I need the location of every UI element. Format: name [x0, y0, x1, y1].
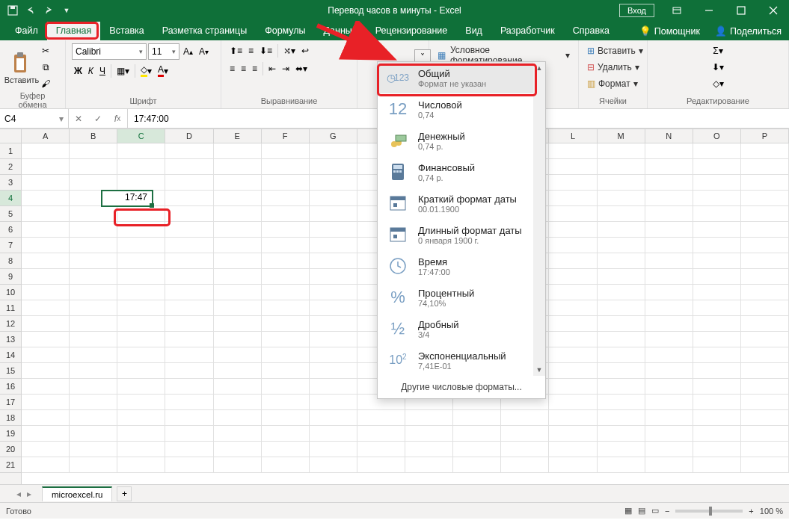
cell[interactable]	[453, 410, 501, 426]
font-size-combo[interactable]: 11▾	[148, 43, 179, 60]
cell[interactable]	[22, 206, 70, 222]
cell[interactable]	[549, 300, 597, 316]
scrollbar[interactable]: ▲ ▼	[533, 62, 545, 376]
cell[interactable]	[693, 285, 741, 300]
view-layout-icon[interactable]: ▤	[638, 506, 645, 516]
cell[interactable]	[214, 175, 262, 191]
format-painter-button[interactable]: 🖌	[39, 76, 52, 91]
cell[interactable]	[357, 410, 405, 426]
cell[interactable]	[598, 457, 645, 473]
cell[interactable]	[693, 238, 741, 253]
cell[interactable]	[165, 332, 213, 347]
cell[interactable]	[405, 410, 453, 426]
more-formats-link[interactable]: Другие числовые форматы...	[378, 376, 545, 398]
cell[interactable]	[70, 191, 117, 206]
cell[interactable]	[117, 143, 165, 159]
align-right-icon[interactable]: ≡	[250, 61, 260, 76]
cell[interactable]	[310, 426, 357, 442]
column-header[interactable]: O	[693, 129, 741, 143]
cell[interactable]	[117, 316, 165, 332]
view-normal-icon[interactable]: ▦	[624, 506, 632, 516]
row-header[interactable]: 1	[0, 143, 21, 159]
format-option[interactable]: ½Дробный3/4	[378, 313, 533, 344]
cell[interactable]	[501, 457, 549, 473]
cell[interactable]	[645, 457, 693, 473]
cell[interactable]	[645, 222, 693, 238]
cell[interactable]	[165, 159, 213, 175]
cell[interactable]	[262, 206, 310, 222]
row-header[interactable]: 3	[0, 175, 21, 191]
clear-button[interactable]: ◇▾	[654, 76, 782, 91]
cell[interactable]	[165, 442, 213, 457]
zoom-slider[interactable]	[675, 510, 743, 513]
cell[interactable]	[741, 191, 789, 206]
cell[interactable]	[405, 426, 453, 442]
cell[interactable]	[693, 253, 741, 269]
cell[interactable]	[741, 238, 789, 253]
cell[interactable]	[70, 253, 117, 269]
autosum-button[interactable]: Σ▾	[654, 43, 782, 58]
cell[interactable]	[70, 347, 117, 363]
cell[interactable]	[357, 442, 405, 457]
cell[interactable]	[262, 300, 310, 316]
cell[interactable]	[549, 222, 597, 238]
cell[interactable]	[70, 379, 117, 395]
cell[interactable]	[741, 159, 789, 175]
row-header[interactable]: 4	[0, 191, 21, 206]
cell[interactable]	[693, 300, 741, 316]
format-option[interactable]: Время17:47:00	[378, 250, 533, 282]
bold-button[interactable]: Ж	[72, 64, 85, 78]
format-cells-button[interactable]: ▥Формат▾	[585, 76, 641, 91]
indent-decrease-icon[interactable]: ⇤	[266, 61, 278, 76]
cell[interactable]	[645, 253, 693, 269]
row-header[interactable]: 15	[0, 363, 21, 379]
cell[interactable]	[645, 379, 693, 395]
zoom-in-icon[interactable]: +	[749, 507, 753, 516]
column-header[interactable]: G	[310, 129, 357, 143]
cell[interactable]	[693, 379, 741, 395]
cell[interactable]	[165, 222, 213, 238]
cell[interactable]	[645, 410, 693, 426]
tab-file[interactable]: Файл	[6, 22, 47, 40]
cell[interactable]	[22, 347, 70, 363]
cell[interactable]	[549, 363, 597, 379]
scroll-up-icon[interactable]: ▲	[533, 62, 545, 74]
cell[interactable]	[549, 410, 597, 426]
decrease-font-icon[interactable]: A▾	[197, 44, 211, 59]
column-header[interactable]: C	[117, 129, 165, 143]
row-header[interactable]: 8	[0, 253, 21, 269]
cell[interactable]	[310, 206, 357, 222]
cell[interactable]	[214, 347, 262, 363]
cell[interactable]	[549, 347, 597, 363]
cell[interactable]	[70, 143, 117, 159]
cell[interactable]	[214, 457, 262, 473]
cell[interactable]	[262, 316, 310, 332]
cell[interactable]	[117, 191, 165, 206]
cell[interactable]	[549, 175, 597, 191]
column-header[interactable]: B	[70, 129, 117, 143]
cell[interactable]	[310, 175, 357, 191]
cell[interactable]	[262, 363, 310, 379]
cell[interactable]	[214, 269, 262, 285]
cell[interactable]	[310, 253, 357, 269]
login-button[interactable]: Вход	[619, 4, 654, 17]
cell[interactable]	[214, 379, 262, 395]
cell[interactable]	[117, 426, 165, 442]
zoom-out-icon[interactable]: −	[665, 507, 669, 516]
cell[interactable]	[70, 285, 117, 300]
cell[interactable]	[310, 363, 357, 379]
cell[interactable]	[598, 395, 645, 410]
cell[interactable]	[549, 253, 597, 269]
cell[interactable]	[22, 222, 70, 238]
fill-series-button[interactable]: ⬇▾	[654, 60, 782, 75]
cell[interactable]	[310, 222, 357, 238]
zoom-level[interactable]: 100 %	[760, 507, 783, 516]
cell[interactable]	[22, 426, 70, 442]
cell[interactable]	[165, 379, 213, 395]
cell[interactable]	[598, 222, 645, 238]
cell[interactable]	[262, 426, 310, 442]
cell[interactable]	[549, 379, 597, 395]
underline-button[interactable]: Ч	[97, 64, 108, 78]
cell[interactable]	[214, 253, 262, 269]
cell[interactable]	[357, 457, 405, 473]
